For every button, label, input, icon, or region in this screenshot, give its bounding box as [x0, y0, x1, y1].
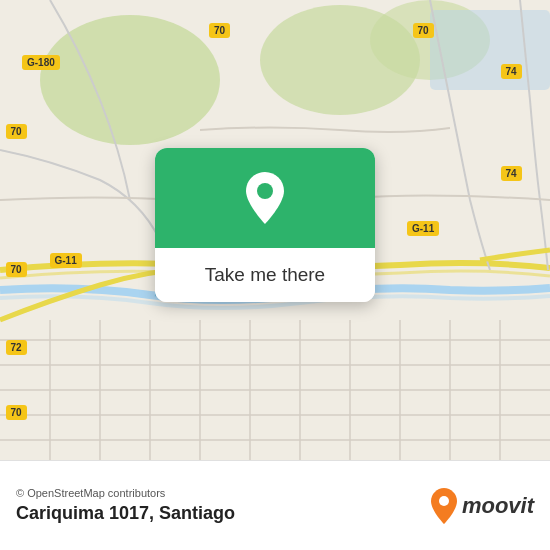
road-badge-70-bottom: 70	[6, 405, 27, 420]
road-badge-g11-right: G-11	[407, 221, 439, 236]
moovit-logo: moovit	[430, 487, 534, 525]
location-name: Cariquima 1017, Santiago	[16, 503, 235, 524]
moovit-text: moovit	[462, 493, 534, 519]
popup-card: Take me there	[155, 148, 375, 302]
take-me-there-label: Take me there	[205, 264, 325, 286]
popup-header	[155, 148, 375, 248]
svg-point-1	[40, 15, 220, 145]
svg-point-21	[439, 496, 449, 506]
road-badge-74-mid: 74	[501, 166, 522, 181]
road-badge-70-mid: 70	[6, 124, 27, 139]
road-badge-74-top: 74	[501, 64, 522, 79]
road-badge-72: 72	[6, 340, 27, 355]
bottom-left-section: © OpenStreetMap contributors Cariquima 1…	[16, 487, 235, 524]
bottom-bar: © OpenStreetMap contributors Cariquima 1…	[0, 460, 550, 550]
road-badge-g180: G-180	[22, 55, 60, 70]
svg-rect-4	[430, 10, 550, 90]
location-street: Cariquima 1017,	[16, 503, 154, 523]
location-city: Santiago	[159, 503, 235, 523]
road-badge-70-lower: 70	[6, 262, 27, 277]
attribution-text: © OpenStreetMap contributors	[16, 487, 235, 499]
road-badge-g11-left: G-11	[50, 253, 82, 268]
road-badge-70-top-right: 70	[413, 23, 434, 38]
moovit-pin-icon	[430, 487, 458, 525]
location-pin-icon	[242, 170, 288, 226]
map-container: G-180 70 70 74 74 70 70 G-11 G-11 G-11 7…	[0, 0, 550, 460]
road-badge-70-top: 70	[209, 23, 230, 38]
take-me-there-button[interactable]: Take me there	[155, 248, 375, 302]
svg-point-20	[257, 183, 273, 199]
